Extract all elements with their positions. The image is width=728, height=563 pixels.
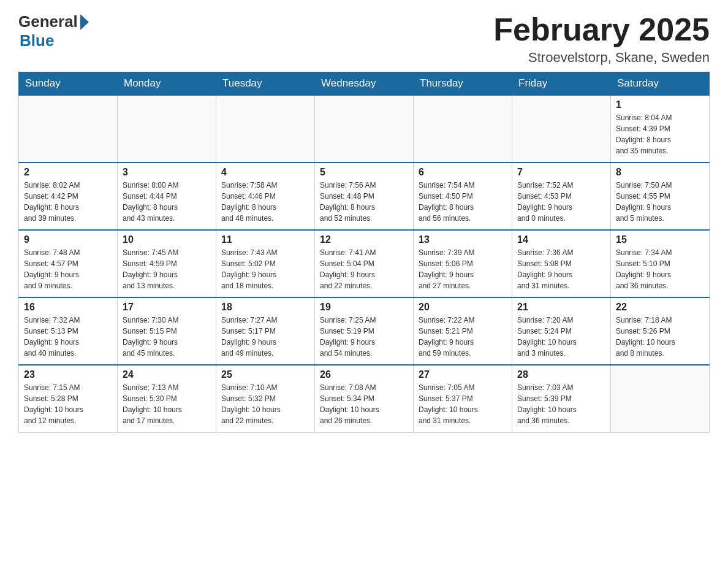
day-number: 26: [320, 369, 408, 380]
day-info: Sunrise: 7:52 AM Sunset: 4:53 PM Dayligh…: [517, 180, 605, 224]
table-row: 22Sunrise: 7:18 AM Sunset: 5:26 PM Dayli…: [611, 297, 710, 365]
table-row: 11Sunrise: 7:43 AM Sunset: 5:02 PM Dayli…: [216, 230, 315, 297]
day-number: 20: [419, 302, 507, 313]
table-row: 1Sunrise: 8:04 AM Sunset: 4:39 PM Daylig…: [611, 95, 710, 163]
day-number: 19: [320, 302, 408, 313]
logo-general-text: General: [18, 12, 78, 31]
logo-arrow-icon: [80, 14, 89, 30]
page-header: General Blue February 2025 Stroevelstorp…: [18, 12, 710, 66]
table-row: 4Sunrise: 7:58 AM Sunset: 4:46 PM Daylig…: [216, 163, 315, 230]
table-row: 8Sunrise: 7:50 AM Sunset: 4:55 PM Daylig…: [611, 163, 710, 230]
calendar-header-row: Sunday Monday Tuesday Wednesday Thursday…: [19, 72, 710, 96]
day-info: Sunrise: 7:54 AM Sunset: 4:50 PM Dayligh…: [419, 180, 507, 224]
table-row: 25Sunrise: 7:10 AM Sunset: 5:32 PM Dayli…: [216, 365, 315, 432]
table-row: 18Sunrise: 7:27 AM Sunset: 5:17 PM Dayli…: [216, 297, 315, 365]
col-friday: Friday: [512, 72, 611, 96]
col-monday: Monday: [118, 72, 216, 96]
day-number: 4: [221, 167, 309, 178]
col-tuesday: Tuesday: [216, 72, 315, 96]
col-sunday: Sunday: [19, 72, 118, 96]
table-row: 15Sunrise: 7:34 AM Sunset: 5:10 PM Dayli…: [611, 230, 710, 297]
table-row: 2Sunrise: 8:02 AM Sunset: 4:42 PM Daylig…: [19, 163, 118, 230]
month-title: February 2025: [493, 12, 710, 47]
table-row: [512, 95, 611, 163]
table-row: [315, 95, 414, 163]
week-row-4: 16Sunrise: 7:32 AM Sunset: 5:13 PM Dayli…: [19, 297, 710, 365]
day-number: 22: [616, 302, 704, 313]
logo-blue-text: Blue: [20, 31, 54, 50]
day-number: 11: [221, 234, 309, 245]
table-row: 12Sunrise: 7:41 AM Sunset: 5:04 PM Dayli…: [315, 230, 414, 297]
day-info: Sunrise: 7:18 AM Sunset: 5:26 PM Dayligh…: [616, 315, 704, 359]
day-info: Sunrise: 7:43 AM Sunset: 5:02 PM Dayligh…: [221, 247, 309, 291]
day-info: Sunrise: 7:27 AM Sunset: 5:17 PM Dayligh…: [221, 315, 309, 359]
location-text: Stroevelstorp, Skane, Sweden: [493, 50, 710, 66]
day-number: 3: [123, 167, 211, 178]
table-row: 6Sunrise: 7:54 AM Sunset: 4:50 PM Daylig…: [414, 163, 512, 230]
table-row: 10Sunrise: 7:45 AM Sunset: 4:59 PM Dayli…: [118, 230, 216, 297]
day-info: Sunrise: 7:39 AM Sunset: 5:06 PM Dayligh…: [419, 247, 507, 291]
day-number: 16: [24, 302, 112, 313]
day-info: Sunrise: 8:00 AM Sunset: 4:44 PM Dayligh…: [123, 180, 211, 224]
table-row: 9Sunrise: 7:48 AM Sunset: 4:57 PM Daylig…: [19, 230, 118, 297]
day-number: 1: [616, 99, 704, 110]
table-row: [216, 95, 315, 163]
week-row-3: 9Sunrise: 7:48 AM Sunset: 4:57 PM Daylig…: [19, 230, 710, 297]
day-number: 23: [24, 369, 112, 380]
table-row: 5Sunrise: 7:56 AM Sunset: 4:48 PM Daylig…: [315, 163, 414, 230]
table-row: 3Sunrise: 8:00 AM Sunset: 4:44 PM Daylig…: [118, 163, 216, 230]
week-row-5: 23Sunrise: 7:15 AM Sunset: 5:28 PM Dayli…: [19, 365, 710, 432]
col-thursday: Thursday: [414, 72, 512, 96]
day-number: 9: [24, 234, 112, 245]
day-number: 28: [517, 369, 605, 380]
day-info: Sunrise: 7:05 AM Sunset: 5:37 PM Dayligh…: [419, 382, 507, 426]
day-number: 14: [517, 234, 605, 245]
day-number: 10: [123, 234, 211, 245]
day-info: Sunrise: 7:58 AM Sunset: 4:46 PM Dayligh…: [221, 180, 309, 224]
day-info: Sunrise: 8:02 AM Sunset: 4:42 PM Dayligh…: [24, 180, 112, 224]
day-info: Sunrise: 7:03 AM Sunset: 5:39 PM Dayligh…: [517, 382, 605, 426]
day-number: 21: [517, 302, 605, 313]
day-number: 7: [517, 167, 605, 178]
table-row: 20Sunrise: 7:22 AM Sunset: 5:21 PM Dayli…: [414, 297, 512, 365]
day-info: Sunrise: 7:10 AM Sunset: 5:32 PM Dayligh…: [221, 382, 309, 426]
table-row: 7Sunrise: 7:52 AM Sunset: 4:53 PM Daylig…: [512, 163, 611, 230]
day-info: Sunrise: 7:34 AM Sunset: 5:10 PM Dayligh…: [616, 247, 704, 291]
day-number: 15: [616, 234, 704, 245]
col-wednesday: Wednesday: [315, 72, 414, 96]
table-row: 23Sunrise: 7:15 AM Sunset: 5:28 PM Dayli…: [19, 365, 118, 432]
day-info: Sunrise: 7:20 AM Sunset: 5:24 PM Dayligh…: [517, 315, 605, 359]
week-row-2: 2Sunrise: 8:02 AM Sunset: 4:42 PM Daylig…: [19, 163, 710, 230]
day-number: 18: [221, 302, 309, 313]
week-row-1: 1Sunrise: 8:04 AM Sunset: 4:39 PM Daylig…: [19, 95, 710, 163]
day-info: Sunrise: 7:30 AM Sunset: 5:15 PM Dayligh…: [123, 315, 211, 359]
day-number: 27: [419, 369, 507, 380]
logo: General Blue: [18, 12, 89, 50]
day-info: Sunrise: 8:04 AM Sunset: 4:39 PM Dayligh…: [616, 112, 704, 156]
day-info: Sunrise: 7:56 AM Sunset: 4:48 PM Dayligh…: [320, 180, 408, 224]
table-row: 24Sunrise: 7:13 AM Sunset: 5:30 PM Dayli…: [118, 365, 216, 432]
day-number: 25: [221, 369, 309, 380]
day-number: 17: [123, 302, 211, 313]
title-section: February 2025 Stroevelstorp, Skane, Swed…: [493, 12, 710, 66]
table-row: 19Sunrise: 7:25 AM Sunset: 5:19 PM Dayli…: [315, 297, 414, 365]
day-info: Sunrise: 7:45 AM Sunset: 4:59 PM Dayligh…: [123, 247, 211, 291]
table-row: 17Sunrise: 7:30 AM Sunset: 5:15 PM Dayli…: [118, 297, 216, 365]
table-row: 13Sunrise: 7:39 AM Sunset: 5:06 PM Dayli…: [414, 230, 512, 297]
day-info: Sunrise: 7:50 AM Sunset: 4:55 PM Dayligh…: [616, 180, 704, 224]
day-number: 2: [24, 167, 112, 178]
table-row: [611, 365, 710, 432]
day-number: 8: [616, 167, 704, 178]
day-number: 6: [419, 167, 507, 178]
table-row: [19, 95, 118, 163]
table-row: 16Sunrise: 7:32 AM Sunset: 5:13 PM Dayli…: [19, 297, 118, 365]
table-row: 27Sunrise: 7:05 AM Sunset: 5:37 PM Dayli…: [414, 365, 512, 432]
col-saturday: Saturday: [611, 72, 710, 96]
day-info: Sunrise: 7:08 AM Sunset: 5:34 PM Dayligh…: [320, 382, 408, 426]
day-info: Sunrise: 7:25 AM Sunset: 5:19 PM Dayligh…: [320, 315, 408, 359]
day-info: Sunrise: 7:41 AM Sunset: 5:04 PM Dayligh…: [320, 247, 408, 291]
day-number: 12: [320, 234, 408, 245]
day-number: 24: [123, 369, 211, 380]
day-number: 5: [320, 167, 408, 178]
day-info: Sunrise: 7:13 AM Sunset: 5:30 PM Dayligh…: [123, 382, 211, 426]
